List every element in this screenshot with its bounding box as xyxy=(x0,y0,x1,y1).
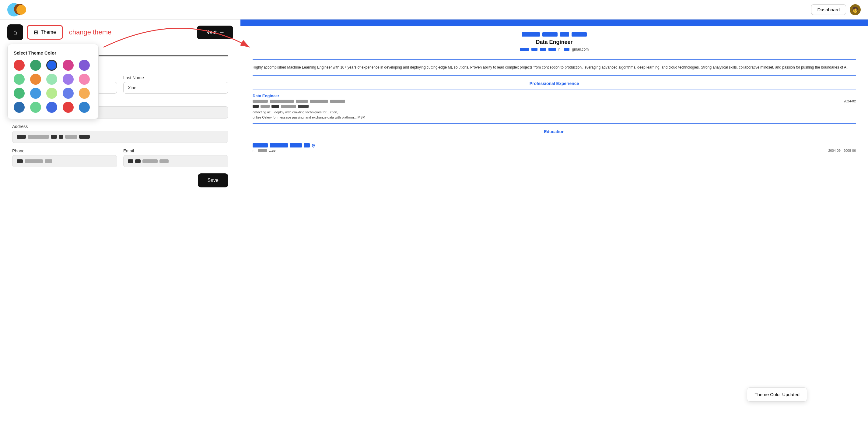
job-date: 2024-02 xyxy=(844,100,856,103)
next-arrow-icon: → xyxy=(219,29,225,36)
home-button[interactable]: ⌂ xyxy=(7,24,23,40)
resume-divider-3 xyxy=(253,90,856,90)
avatar: 🧑 xyxy=(850,4,861,15)
meta-blk-8 xyxy=(272,105,279,108)
edu-blocks: ty xyxy=(253,143,856,147)
save-btn-row: Save xyxy=(12,173,228,188)
resume-divider-2 xyxy=(253,75,856,76)
address-group: Address xyxy=(12,124,228,143)
email-blur-1 xyxy=(128,159,133,163)
home-icon: ⌂ xyxy=(13,28,17,36)
color-dot-lime[interactable] xyxy=(14,74,25,85)
blur-block-addr-3 xyxy=(51,135,57,139)
color-dot-lime2[interactable] xyxy=(30,102,41,113)
blur-block-addr-1 xyxy=(17,135,26,139)
color-grid xyxy=(14,60,92,113)
address-input[interactable] xyxy=(12,131,228,143)
color-dot-violet[interactable] xyxy=(63,74,74,85)
change-theme-label: change theme xyxy=(69,28,112,36)
resume-job-desc: detecting ac... deploy web crawling tech… xyxy=(253,110,856,120)
meta-blk-7 xyxy=(260,105,270,108)
email-label: Email xyxy=(123,148,228,153)
color-dot-lightgreen[interactable] xyxy=(46,74,57,85)
contact-block-1 xyxy=(520,48,529,51)
color-dot-blue2[interactable] xyxy=(30,88,41,99)
color-dot-crimson[interactable] xyxy=(63,102,74,113)
color-dot-red[interactable] xyxy=(14,60,25,71)
next-button[interactable]: Next → xyxy=(197,26,233,39)
blur-block-addr-2 xyxy=(28,135,49,139)
meta-blk-3 xyxy=(296,100,308,103)
edu-date: 2004-09 - 2008-06 xyxy=(828,149,856,152)
color-dot-royalblue[interactable] xyxy=(46,102,57,113)
resume-divider-4 xyxy=(253,123,856,124)
toolbar: ⌂ ⊞ Theme change theme Next → Select The… xyxy=(0,20,241,45)
resume-summary: Highly accomplished Machine Learning Eng… xyxy=(241,62,868,73)
resume-divider-top xyxy=(253,59,856,60)
meta-blk-10 xyxy=(298,105,309,108)
email-input[interactable] xyxy=(123,155,228,167)
color-dot-pink[interactable] xyxy=(63,60,74,71)
job-meta-blocks-left xyxy=(253,100,345,103)
email-blur-2 xyxy=(135,159,141,163)
phone-group: Phone xyxy=(12,148,117,167)
phone-email-row: Phone Email xyxy=(12,148,228,167)
resume-email: r xyxy=(558,47,562,52)
email-group: Email xyxy=(123,148,228,167)
resume-edu-content: ty r... ...ce 2004-09 - 2008-06 xyxy=(241,140,868,153)
edu-field2: ...ce xyxy=(269,149,275,152)
color-dot-cobalt[interactable] xyxy=(79,102,90,113)
blur-block-addr-5 xyxy=(65,135,77,139)
resume-name-blocks xyxy=(253,32,856,36)
color-dot-green[interactable] xyxy=(30,60,41,71)
toast-message: Theme Color Updated xyxy=(754,392,800,397)
name-block-2 xyxy=(542,32,558,36)
color-dot-darkblue[interactable] xyxy=(14,102,25,113)
resume-job-title: Data Engineer xyxy=(253,93,856,98)
resume-preview: Data Engineer r gmail.com Highly accompl… xyxy=(241,20,868,426)
phone-blur-2 xyxy=(25,159,43,163)
phone-label: Phone xyxy=(12,148,117,153)
meta-blk-4 xyxy=(310,100,328,103)
color-dot-chartreuse[interactable] xyxy=(46,88,57,99)
color-dot-hotpink[interactable] xyxy=(79,74,90,85)
name-block-3 xyxy=(560,32,569,36)
contact-block-3 xyxy=(540,48,546,51)
left-panel: ⌂ ⊞ Theme change theme Next → Select The… xyxy=(0,20,241,426)
edu-blk-3 xyxy=(290,143,302,147)
logo-circles xyxy=(7,2,27,17)
phone-input[interactable] xyxy=(12,155,117,167)
edu-blk-4 xyxy=(304,143,310,147)
color-picker-title: Select Theme Color xyxy=(14,50,92,55)
color-dot-orange[interactable] xyxy=(30,74,41,85)
meta-blk-6 xyxy=(253,105,259,108)
save-button[interactable]: Save xyxy=(198,173,228,188)
resume-job-meta: 2024-02 xyxy=(253,100,856,103)
resume-divider-5 xyxy=(253,138,856,138)
theme-button[interactable]: ⊞ Theme xyxy=(27,25,63,39)
meta-blk-2 xyxy=(270,100,294,103)
resume-header-bar xyxy=(241,20,868,26)
phone-blur-3 xyxy=(45,159,52,163)
contact-block-4 xyxy=(549,48,556,51)
meta-blk-9 xyxy=(281,105,296,108)
phone-blur-1 xyxy=(17,159,23,163)
toast-notification: Theme Color Updated xyxy=(747,387,807,402)
last-name-input[interactable] xyxy=(123,82,228,93)
color-dot-green2[interactable] xyxy=(14,88,25,99)
dashboard-button[interactable]: Dashboard xyxy=(811,4,846,15)
edu-blk-2 xyxy=(270,143,288,147)
color-dot-purple[interactable] xyxy=(79,60,90,71)
resume-name-section: Data Engineer r gmail.com xyxy=(241,26,868,57)
address-label: Address xyxy=(12,124,228,129)
resume-prof-exp-title: Professional Experience xyxy=(241,78,868,87)
main-container: ⌂ ⊞ Theme change theme Next → Select The… xyxy=(0,20,868,426)
color-dot-orange2[interactable] xyxy=(79,88,90,99)
resume-education-title: Education xyxy=(241,126,868,135)
color-dot-blue[interactable] xyxy=(46,60,57,71)
color-dot-indigo[interactable] xyxy=(63,88,74,99)
last-name-label: Last Name xyxy=(123,75,228,80)
theme-grid-icon: ⊞ xyxy=(34,29,38,36)
edu-meta-blk xyxy=(258,149,267,152)
logo xyxy=(7,2,27,17)
